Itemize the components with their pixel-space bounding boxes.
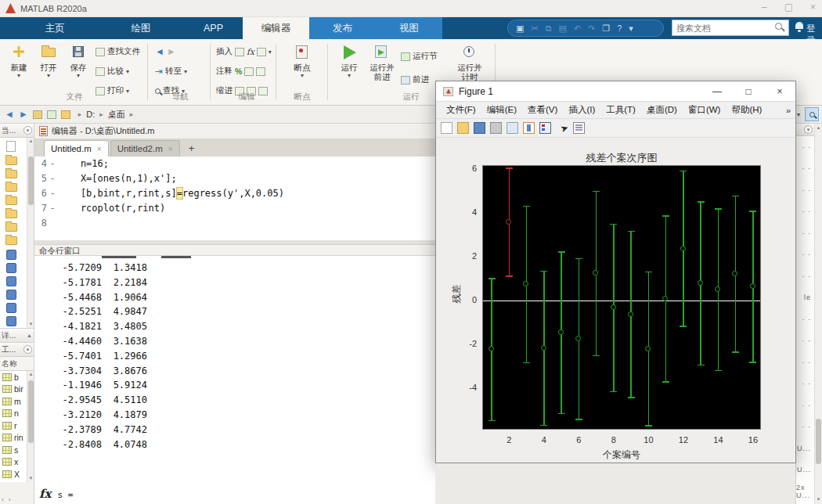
paste-icon[interactable]: ▤	[558, 23, 566, 34]
details-panel-header[interactable]: 详... ▲	[0, 329, 34, 343]
workspace-header[interactable]: 工... ▾	[0, 343, 34, 357]
new-tab-button[interactable]: +	[182, 140, 202, 157]
nav-forward-icon[interactable]: ►	[19, 110, 28, 119]
mobile-app-icon[interactable]	[523, 122, 535, 134]
folder-icon[interactable]	[5, 210, 17, 218]
find-files-button[interactable]: 查找文件	[96, 45, 140, 58]
figure-titlebar[interactable]: Figure 1 — □ ×	[436, 81, 795, 102]
run-section-button[interactable]: 运行节	[401, 50, 438, 63]
new-script-button[interactable]: 新建 ▾	[5, 44, 33, 79]
figure-menu-window[interactable]: 窗口(W)	[683, 104, 726, 116]
compare-button[interactable]: 比较 ▾	[96, 65, 129, 77]
maximize-button[interactable]: ▢	[784, 2, 793, 13]
file-icon[interactable]	[6, 141, 16, 152]
property-inspector-icon[interactable]	[573, 122, 585, 134]
current-folder-header[interactable]: 当... ▾	[0, 124, 34, 138]
browse-folder-icon[interactable]	[47, 110, 56, 119]
doc-search-icon[interactable]	[775, 23, 782, 30]
scroll-down-icon[interactable]: ▼	[27, 321, 34, 328]
workspace-hscroll-arrows[interactable]: ‹›	[2, 496, 15, 503]
matlab-file-icon[interactable]	[6, 303, 16, 313]
goto-button[interactable]: ⇥ 转至 ▾	[155, 65, 187, 77]
open-figure-icon[interactable]	[457, 122, 469, 134]
ribbon-tab-view[interactable]: 视图	[376, 17, 442, 39]
figure-window[interactable]: Figure 1 — □ × 文件(F)编辑(E)查看(V)插入(I)工具(T)…	[435, 81, 796, 463]
doc-search-input[interactable]	[672, 20, 789, 36]
run-and-advance-button[interactable]: 运行并 前进	[366, 44, 398, 81]
matlab-file-icon[interactable]	[6, 263, 16, 273]
matlab-file-icon[interactable]	[6, 250, 16, 260]
folder-up-icon[interactable]	[33, 110, 42, 119]
ribbon-tab-home[interactable]: 主页	[12, 17, 98, 39]
figure-menu-tools[interactable]: 工具(T)	[600, 104, 641, 116]
workspace-menu-icon[interactable]: ▾	[23, 345, 32, 354]
redo-icon[interactable]: ↷	[588, 23, 595, 34]
filelist-scrollbar[interactable]: ▲ ▼	[27, 138, 34, 328]
folder-icon[interactable]	[5, 236, 17, 245]
copy-figure-icon[interactable]	[507, 122, 518, 134]
scroll-up-icon[interactable]: ▲	[27, 371, 34, 378]
ribbon-tab-publish[interactable]: 发布	[309, 17, 376, 39]
undo-icon[interactable]: ↶	[574, 23, 581, 34]
breadcrumb-drive[interactable]: D:	[86, 110, 95, 119]
close-tab-icon[interactable]: ×	[168, 145, 173, 153]
open-file-button[interactable]: 打开 ▾	[34, 44, 63, 79]
figure-menu-edit[interactable]: 编辑(E)	[481, 104, 522, 116]
property-editor-icon[interactable]	[539, 122, 551, 134]
back-arrow-icon[interactable]: ◄	[155, 47, 164, 56]
help-icon[interactable]: ?	[617, 23, 622, 33]
search-folder-button[interactable]	[805, 107, 819, 121]
cut-icon[interactable]: ✂	[531, 23, 538, 34]
copy-icon[interactable]: ⧉	[546, 23, 552, 34]
scroll-down-icon[interactable]: ▼	[815, 496, 822, 503]
breadcrumb-desktop[interactable]: 桌面	[108, 109, 125, 121]
matlab-file-icon[interactable]	[6, 276, 16, 286]
save-file-button[interactable]: 保存 ▾	[64, 44, 92, 79]
workspace-name-column-header[interactable]: 名称	[0, 357, 34, 371]
folder-icon[interactable]	[5, 223, 17, 232]
run-button[interactable]: 运行 ▾	[335, 44, 363, 79]
figure-menu-desktop[interactable]: 桌面(D)	[641, 104, 683, 116]
close-tab-icon[interactable]: ×	[97, 145, 102, 153]
folder-icon[interactable]	[5, 196, 17, 205]
collapse-icon[interactable]: ▲	[27, 333, 32, 338]
tab-untitled2-m[interactable]: Untitled2.m ×	[110, 140, 180, 157]
ribbon-tab-plots[interactable]: 绘图	[98, 17, 184, 39]
advance-button[interactable]: 前进	[401, 74, 429, 86]
dropdown-icon[interactable]: ▾	[629, 23, 633, 34]
scroll-up-icon[interactable]: ▲	[815, 124, 822, 131]
figure-menu-help[interactable]: 帮助(H)	[726, 104, 767, 116]
folder-icon[interactable]	[5, 157, 17, 165]
scroll-down-icon[interactable]: ▼	[27, 475, 34, 482]
folder-icon[interactable]	[5, 183, 17, 192]
nav-back-icon[interactable]: ◄	[5, 110, 14, 119]
workspace-scrollbar[interactable]: ▲ ▼	[27, 371, 34, 482]
print-figure-icon[interactable]	[490, 122, 502, 134]
figure-close-button[interactable]: ×	[764, 81, 795, 102]
forward-arrow-icon[interactable]: ►	[167, 47, 176, 56]
switch-window-icon[interactable]: ❐	[602, 23, 610, 34]
current-folder-menu-icon[interactable]: ▾	[23, 126, 32, 135]
scroll-up-icon[interactable]: ▲	[27, 138, 34, 145]
pointer-tool-icon[interactable]: ➤	[559, 121, 570, 134]
breakpoints-button[interactable]: 断点 ▾	[285, 44, 319, 79]
new-figure-icon[interactable]	[441, 122, 452, 134]
tab-untitled-m[interactable]: Untitled.m ×	[44, 140, 109, 157]
ribbon-tab-editor[interactable]: 编辑器	[243, 17, 309, 39]
panel-menu-icon[interactable]: ▾	[804, 125, 813, 134]
minimize-button[interactable]: –	[762, 2, 767, 13]
ribbon-tab-apps[interactable]: APP	[184, 17, 243, 39]
addressbar-dropdown-icon[interactable]: ▾	[797, 111, 800, 118]
insert-button[interactable]: 插入 fx ▾	[216, 45, 272, 58]
menu-overflow-icon[interactable]: »	[786, 106, 791, 115]
save-figure-icon[interactable]	[474, 122, 485, 134]
comment-button[interactable]: 注释 %	[216, 65, 265, 77]
close-button[interactable]: ×	[810, 2, 816, 13]
figure-menu-view[interactable]: 查看(V)	[522, 104, 563, 116]
figure-menu-file[interactable]: 文件(F)	[441, 104, 481, 116]
figure-menu-insert[interactable]: 插入(I)	[563, 104, 600, 116]
run-and-time-button[interactable]: 运行并 计时	[454, 44, 485, 81]
notification-bell-icon[interactable]	[795, 22, 803, 29]
right-outer-scrollbar[interactable]: ▲ ▼	[814, 124, 822, 504]
save-icon[interactable]: ▣	[516, 23, 524, 34]
